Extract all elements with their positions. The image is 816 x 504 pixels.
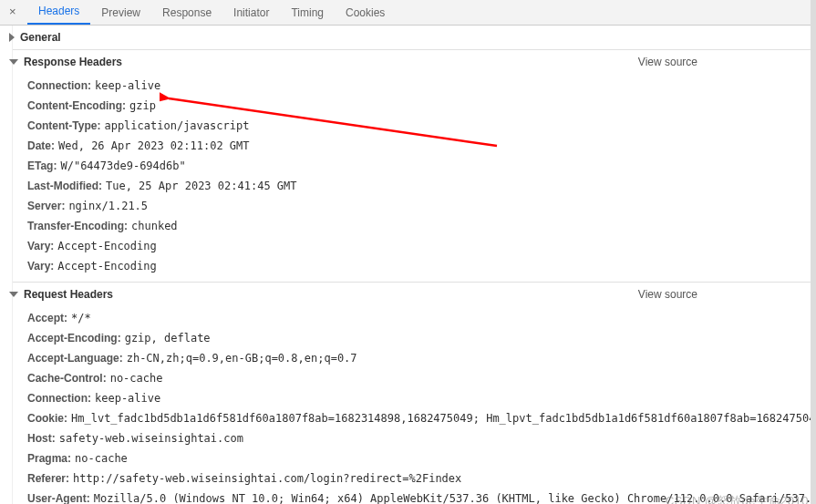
header-row: CookieHm_lvt_fadc1bd5db1a1d6f581df60a180… <box>27 408 816 428</box>
header-row: VaryAccept-Encoding <box>27 256 816 276</box>
header-row: User-AgentMozilla/5.0 (Windows NT 10.0; … <box>27 489 816 504</box>
header-value: http://safety-web.wiseinsightai.com/logi… <box>73 471 461 486</box>
header-name: Content-Encoding <box>27 98 129 113</box>
header-value: chunked <box>131 219 178 233</box>
tab-timing[interactable]: Timing <box>280 1 335 25</box>
view-source-link[interactable]: View source <box>638 288 697 301</box>
header-row: Pragmano-cache <box>27 448 816 468</box>
section-response-headers: Response Headers View source Connectionk… <box>0 50 816 283</box>
chevron-right-icon <box>9 33 15 42</box>
header-name: Connection <box>27 78 95 93</box>
header-row: Content-Typeapplication/javascript <box>27 116 816 136</box>
header-row: VaryAccept-Encoding <box>27 236 816 256</box>
header-name: ETag <box>27 159 60 173</box>
header-row: Last-ModifiedTue, 25 Apr 2023 02:41:45 G… <box>27 176 816 196</box>
header-name: Date <box>27 139 58 153</box>
section-request-headers: Request Headers View source Accept*/*Acc… <box>0 283 816 504</box>
section-general-header[interactable]: General <box>0 26 816 49</box>
header-name: Accept-Language <box>27 351 127 365</box>
header-value: keep-alive <box>95 78 160 93</box>
header-value: W/"64473de9-694d6b" <box>60 159 185 173</box>
header-row: Transfer-Encodingchunked <box>27 216 816 236</box>
section-title: Request Headers <box>24 288 113 301</box>
header-value: gzip, deflate <box>125 331 211 345</box>
header-name: Vary <box>27 239 57 253</box>
header-value: no-cache <box>110 371 163 386</box>
chevron-down-icon <box>9 292 18 297</box>
section-title: Response Headers <box>24 56 122 68</box>
header-row: Cache-Controlno-cache <box>27 368 816 388</box>
section-general: General <box>0 26 816 50</box>
header-name: Last-Modified <box>27 179 106 193</box>
header-row: Refererhttp://safety-web.wiseinsightai.c… <box>27 468 816 489</box>
header-row: Connectionkeep-alive <box>27 76 816 96</box>
header-row: Content-Encodinggzip <box>27 96 816 116</box>
header-name: Cookie <box>27 411 71 426</box>
header-row: Connectionkeep-alive <box>27 388 816 408</box>
tab-headers[interactable]: Headers <box>27 0 90 25</box>
header-value: */* <box>71 311 91 325</box>
header-name: Host <box>27 431 59 446</box>
header-name: Cache-Control <box>27 371 110 386</box>
header-value: zh-CN,zh;q=0.9,en-GB;q=0.8,en;q=0.7 <box>127 351 357 365</box>
header-name: Pragma <box>27 451 75 466</box>
close-icon[interactable]: × <box>9 5 16 18</box>
header-name: Accept-Encoding <box>27 331 125 345</box>
header-row: Accept*/* <box>27 308 816 328</box>
header-row: Accept-Languagezh-CN,zh;q=0.9,en-GB;q=0.… <box>27 348 816 368</box>
header-value: Wed, 26 Apr 2023 02:11:02 GMT <box>58 139 250 153</box>
response-headers-list: Connectionkeep-aliveContent-Encodinggzip… <box>0 74 816 282</box>
header-name: Connection <box>27 391 95 406</box>
tab-response[interactable]: Response <box>151 1 222 25</box>
header-name: Vary <box>27 259 57 273</box>
request-headers-list: Accept*/*Accept-Encodinggzip, deflateAcc… <box>0 306 816 504</box>
header-value: Accept-Encoding <box>57 239 156 253</box>
scrollbar-gutter[interactable] <box>811 0 816 504</box>
header-row: ETagW/"64473de9-694d6b" <box>27 156 816 176</box>
header-value: Hm_lvt_fadc1bd5db1a1d6f581df60a1807f8ab=… <box>71 411 816 426</box>
header-value: no-cache <box>75 451 128 466</box>
tab-cookies[interactable]: Cookies <box>335 1 396 25</box>
section-title: General <box>20 31 61 44</box>
header-value: Accept-Encoding <box>57 259 156 273</box>
header-value: nginx/1.21.5 <box>68 199 148 213</box>
header-name: User-Agent <box>27 491 94 504</box>
left-gutter <box>0 26 13 504</box>
header-name: Transfer-Encoding <box>27 219 131 233</box>
chevron-down-icon <box>9 59 18 65</box>
section-response-header[interactable]: Response Headers View source <box>0 50 816 74</box>
header-value: gzip <box>129 98 156 113</box>
header-value: safety-web.wiseinsightai.com <box>59 431 243 446</box>
header-name: Server <box>27 199 68 213</box>
tab-preview[interactable]: Preview <box>90 1 151 25</box>
header-value: keep-alive <box>95 391 160 406</box>
header-name: Referer <box>27 471 73 486</box>
header-row: DateWed, 26 Apr 2023 02:11:02 GMT <box>27 136 816 156</box>
header-name: Content-Type <box>27 118 104 133</box>
header-row: Hostsafety-web.wiseinsightai.com <box>27 428 816 448</box>
header-value: application/javascript <box>104 118 249 133</box>
header-row: Accept-Encodinggzip, deflate <box>27 328 816 348</box>
view-source-link[interactable]: View source <box>638 56 697 68</box>
header-name: Accept <box>27 311 71 325</box>
header-value: Tue, 25 Apr 2023 02:41:45 GMT <box>106 179 297 193</box>
header-value: Mozilla/5.0 (Windows NT 10.0; Win64; x64… <box>94 491 816 504</box>
tab-bar: Headers Preview Response Initiator Timin… <box>0 0 816 26</box>
section-request-header[interactable]: Request Headers View source <box>0 283 816 306</box>
tab-initiator[interactable]: Initiator <box>222 1 280 25</box>
header-row: Servernginx/1.21.5 <box>27 196 816 216</box>
